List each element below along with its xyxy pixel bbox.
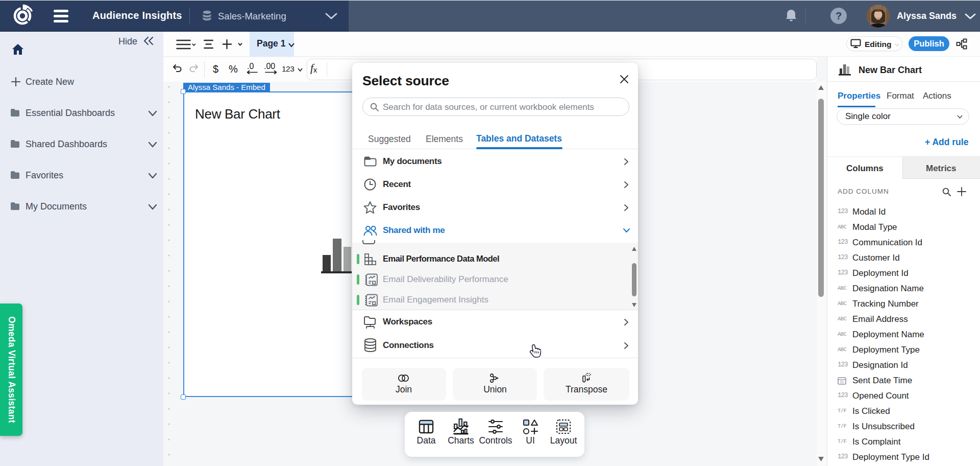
svg-text:.00: .00 bbox=[264, 62, 275, 71]
svg-text:.0: .0 bbox=[247, 62, 254, 71]
svg-text:31: 31 bbox=[840, 380, 844, 384]
